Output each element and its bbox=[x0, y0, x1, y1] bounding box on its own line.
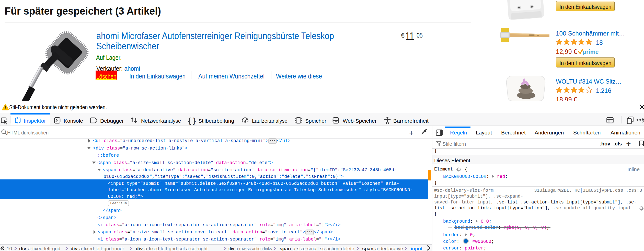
svg-text:prime: prime bbox=[583, 49, 599, 55]
